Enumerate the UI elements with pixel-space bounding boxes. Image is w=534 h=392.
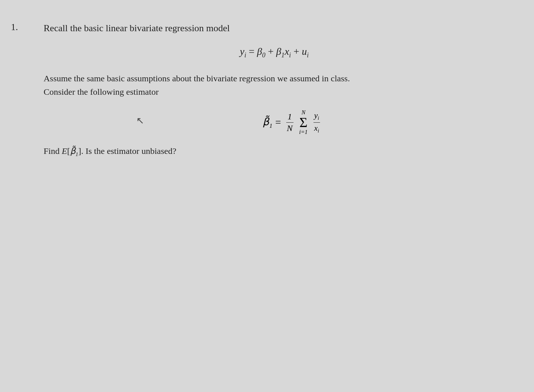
find-expectation-text: Find E[β̃1]. Is the estimator unbiased? xyxy=(44,146,505,158)
ui-var: ui xyxy=(302,46,309,57)
yi-numerator: yi xyxy=(313,111,320,122)
denominator-n: N xyxy=(286,123,294,133)
numerator-1: 1 xyxy=(286,112,294,123)
main-equation: yi = β0 + β1xi + ui xyxy=(44,46,505,59)
intro-text: Recall the basic linear bivariate regres… xyxy=(44,22,505,35)
the-word: the xyxy=(70,23,82,33)
yi-var: yi xyxy=(240,46,246,57)
yi-over-xi: yi xi xyxy=(313,111,320,134)
problem-number: 1. xyxy=(11,22,18,33)
xi-denominator: xi xyxy=(313,123,320,134)
cursor-arrow-icon: ↖ xyxy=(136,115,144,126)
equals-sign: = xyxy=(249,46,257,57)
beta-tilde-1-lhs: β̃1 xyxy=(263,116,272,130)
plus-1: + xyxy=(268,46,276,57)
content-area: Recall the basic linear bivariate regres… xyxy=(44,22,505,158)
beta0: β0 xyxy=(257,46,266,57)
summation-symbol: N Σ i=1 xyxy=(299,110,308,135)
beta-tilde-expectation: β̃1 xyxy=(70,146,78,156)
estimator-section: ↖ β̃1 = 1 N N Σ i=1 xyxy=(44,110,505,135)
beta1-xi: β1xi xyxy=(276,46,291,57)
equals-estimator: = xyxy=(275,117,281,128)
expectation-notation: E xyxy=(62,146,67,156)
beta-tilde-char: β̃1 xyxy=(263,116,272,130)
sum-lower: i=1 xyxy=(299,129,308,135)
sigma-symbol: Σ xyxy=(299,115,307,129)
assumptions-text: Assume the same basic assumptions about … xyxy=(44,72,505,99)
one-over-n: 1 N xyxy=(286,112,294,133)
page: 1. Recall the basic linear bivariate reg… xyxy=(0,0,534,392)
plus-2: + xyxy=(294,46,302,57)
